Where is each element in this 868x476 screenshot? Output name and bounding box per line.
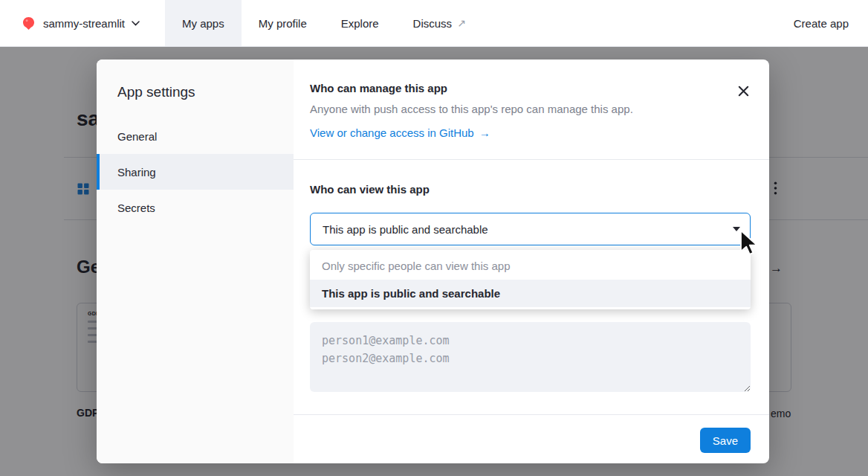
dropdown-option-public-searchable[interactable]: This app is public and searchable [310,280,751,307]
workspace-name: sammy-streamlit [43,17,125,30]
save-button[interactable]: Save [700,428,751,453]
sidebar-item-sharing[interactable]: Sharing [97,154,294,190]
github-access-link[interactable]: View or change access in GitHub → [310,126,490,139]
top-nav: sammy-streamlit My apps My profile Explo… [0,0,868,47]
settings-sidebar: App settings General Sharing Secrets [97,60,294,463]
streamlit-logo-icon [21,16,36,31]
tab-explore[interactable]: Explore [324,0,396,46]
close-icon [738,86,749,97]
settings-content: Who can manage this app Anyone with push… [294,60,769,463]
visibility-select-wrap: This app is public and searchable Only s… [310,213,751,245]
sidebar-item-general[interactable]: General [97,118,294,154]
visibility-dropdown: Only specific people can view this app T… [310,250,751,309]
view-section: Who can view this app This app is public… [294,160,769,414]
tab-my-profile[interactable]: My profile [242,0,324,46]
external-link-icon: ↗ [457,17,466,29]
visibility-select-value: This app is public and searchable [323,223,488,236]
page: sa Ge → GDP GDP emo [0,0,868,476]
manage-section: Who can manage this app Anyone with push… [294,60,769,160]
sidebar-item-secrets[interactable]: Secrets [97,190,294,225]
nav-tabs: My apps My profile Explore Discuss ↗ [165,0,483,46]
dropdown-option-specific-people[interactable]: Only specific people can view this app [310,252,751,280]
app-settings-dialog: App settings General Sharing Secrets Who… [97,60,769,463]
dialog-title: App settings [97,84,294,118]
close-button[interactable] [736,84,751,98]
tab-my-apps[interactable]: My apps [165,0,242,46]
manage-title: Who can manage this app [310,82,725,94]
workspace-switcher[interactable]: sammy-streamlit [0,0,149,46]
mouse-cursor [739,229,760,260]
manage-description: Anyone with push access to this app's re… [310,103,725,115]
viewer-emails-textarea[interactable] [310,322,751,392]
tab-discuss[interactable]: Discuss ↗ [396,0,483,46]
chevron-down-icon [132,21,140,26]
right-arrow-icon: → [479,126,490,139]
view-title: Who can view this app [310,183,751,196]
create-app-button[interactable]: Create app [774,0,868,46]
tab-discuss-label: Discuss [413,17,453,30]
dialog-footer: Save [294,414,769,463]
github-access-link-label: View or change access in GitHub [310,126,474,139]
visibility-select[interactable]: This app is public and searchable [310,213,751,245]
